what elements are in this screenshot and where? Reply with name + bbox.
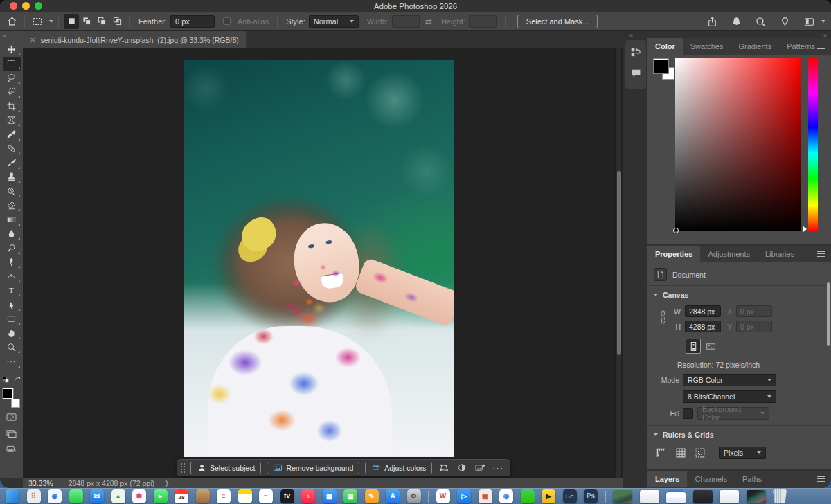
dock-pages-icon[interactable]: ✎: [365, 489, 379, 503]
add-to-selection-button[interactable]: [79, 14, 94, 29]
hue-slider-arrow[interactable]: [803, 226, 807, 232]
home-icon[interactable]: [4, 14, 19, 29]
workspace-switcher-icon[interactable]: [801, 14, 816, 29]
select-and-mask-button[interactable]: Select and Mask...: [517, 15, 598, 28]
dock-chrome-icon[interactable]: ◉: [499, 489, 513, 503]
dock-window-thumbnail[interactable]: [720, 490, 739, 503]
tool-lasso[interactable]: [3, 71, 21, 85]
remove-background-button[interactable]: Remove background: [267, 462, 359, 474]
tab-properties[interactable]: Properties: [647, 246, 700, 262]
panel-menu-icon[interactable]: [817, 251, 825, 257]
dock-finder-icon[interactable]: [6, 489, 19, 503]
dock-calendar-icon[interactable]: 28: [175, 489, 188, 503]
panel-scrollbar-thumb[interactable]: [827, 282, 830, 346]
dock-apple-tv-icon[interactable]: tv: [280, 489, 294, 503]
contrast-icon[interactable]: [456, 462, 468, 474]
collapse-panels-icon[interactable]: «: [629, 32, 633, 39]
dock-window-thumbnail[interactable]: [747, 490, 766, 503]
rulers-grids-section-header[interactable]: Rulers & Grids: [647, 426, 831, 442]
tab-channels[interactable]: Channels: [687, 471, 734, 487]
canvas-width-input[interactable]: 2848 px: [685, 305, 721, 317]
workspace-chevron-icon[interactable]: [821, 20, 825, 23]
tool-move[interactable]: [3, 42, 21, 57]
close-tab-icon[interactable]: ✕: [30, 36, 35, 44]
share-icon[interactable]: [704, 14, 720, 29]
tab-adjustments[interactable]: Adjustments: [700, 246, 758, 262]
dock-facetime-icon[interactable]: ▸: [154, 489, 168, 503]
tool-curvature-pen[interactable]: [3, 269, 21, 284]
canvas-vertical-scrollbar[interactable]: [615, 48, 621, 478]
hue-slider[interactable]: [808, 58, 818, 231]
canvas-section-header[interactable]: Canvas: [647, 286, 831, 303]
dock-messages-icon[interactable]: [69, 489, 83, 503]
tool-frame[interactable]: [3, 114, 21, 128]
tab-paths[interactable]: Paths: [735, 471, 769, 487]
select-subject-button[interactable]: Select subject: [190, 462, 261, 474]
link-dimensions-icon[interactable]: [659, 308, 668, 327]
dock-music-icon[interactable]: ♪: [301, 489, 315, 503]
notifications-bell-icon[interactable]: [729, 14, 744, 29]
grid-toggle-icon[interactable]: [673, 445, 688, 460]
dock-system-settings-icon[interactable]: ⚙: [407, 489, 421, 503]
pixel-grid-toggle-icon[interactable]: [692, 445, 708, 460]
tool-rectangle[interactable]: [3, 312, 21, 327]
task-bar-drag-handle[interactable]: [180, 462, 185, 473]
tool-hand[interactable]: [3, 326, 21, 341]
tool-spot-healing[interactable]: [3, 142, 21, 156]
tool-eraser[interactable]: [3, 199, 21, 213]
tool-preset-marquee-icon[interactable]: [30, 14, 45, 29]
tab-color[interactable]: Color: [647, 38, 683, 55]
style-dropdown[interactable]: Normal: [309, 15, 359, 28]
background-color[interactable]: [11, 399, 20, 408]
canvas-height-input[interactable]: 4288 px: [685, 321, 721, 332]
dock-window-thumbnail[interactable]: [613, 490, 632, 503]
tool-rectangular-marquee[interactable]: [3, 57, 21, 71]
units-dropdown[interactable]: Pixels: [719, 447, 766, 459]
tab-patterns[interactable]: Patterns: [779, 38, 823, 55]
dock-keynote-icon[interactable]: ▦: [323, 489, 337, 503]
tab-swatches[interactable]: Swatches: [683, 38, 731, 55]
tool-dodge[interactable]: [3, 241, 21, 255]
portrait-orientation-button[interactable]: [686, 339, 701, 354]
dock-maps-icon[interactable]: ▲: [111, 489, 125, 503]
scrollbar-thumb[interactable]: [617, 171, 621, 355]
color-field-selector[interactable]: [673, 228, 679, 233]
tab-libraries[interactable]: Libraries: [758, 246, 802, 262]
panel-menu-icon[interactable]: [817, 476, 825, 482]
dock-photos-icon[interactable]: ✽: [132, 489, 146, 503]
feather-input[interactable]: 0 px: [170, 15, 215, 28]
tool-zoom[interactable]: [3, 341, 21, 355]
subtract-from-selection-button[interactable]: [94, 14, 109, 29]
dock-wechat-icon[interactable]: [521, 489, 535, 503]
transform-icon[interactable]: [438, 462, 450, 474]
canvas-area[interactable]: Select subjectRemove backgroundAdjust co…: [23, 48, 623, 478]
comments-panel-icon[interactable]: [631, 68, 641, 81]
dock-launchpad-icon[interactable]: ⠿: [27, 489, 41, 503]
tool-object-selection[interactable]: [3, 85, 21, 100]
adjust-colors-button[interactable]: Adjust colors: [365, 462, 432, 474]
bit-depth-dropdown[interactable]: 8 Bits/Channel: [683, 390, 776, 403]
tool-gradient[interactable]: [3, 213, 21, 227]
tool-path-selection[interactable]: [3, 298, 21, 312]
dock-window-thumbnail[interactable]: [693, 490, 713, 503]
fill-checkbox[interactable]: [683, 408, 693, 419]
tab-gradients[interactable]: Gradients: [731, 38, 779, 55]
dock-reminders-icon[interactable]: ≡: [217, 489, 231, 503]
more-icon[interactable]: ···: [492, 462, 504, 474]
dock-video-app-icon[interactable]: ▶: [542, 489, 555, 503]
swap-colors-icon[interactable]: [14, 373, 21, 386]
status-chevron-icon[interactable]: ❯: [164, 480, 170, 487]
intersect-selection-button[interactable]: [109, 14, 125, 29]
dock-dingtalk-icon[interactable]: ▷: [457, 489, 471, 503]
dock-window-thumbnail[interactable]: [640, 490, 659, 503]
foreground-color[interactable]: [3, 388, 13, 399]
dock-numbers-icon[interactable]: ▥: [343, 489, 357, 503]
add-image-icon[interactable]: [474, 462, 486, 474]
dock-contacts-icon[interactable]: [196, 489, 210, 503]
landscape-orientation-button[interactable]: [703, 339, 718, 354]
dock-photoshop-icon[interactable]: Ps: [584, 489, 598, 503]
toolbar-expand-icon[interactable]: »: [0, 31, 6, 42]
screen-mode-button[interactable]: [4, 427, 19, 440]
dock-wps-office-icon[interactable]: W: [436, 489, 450, 503]
dock-notes-icon[interactable]: —: [238, 489, 252, 503]
